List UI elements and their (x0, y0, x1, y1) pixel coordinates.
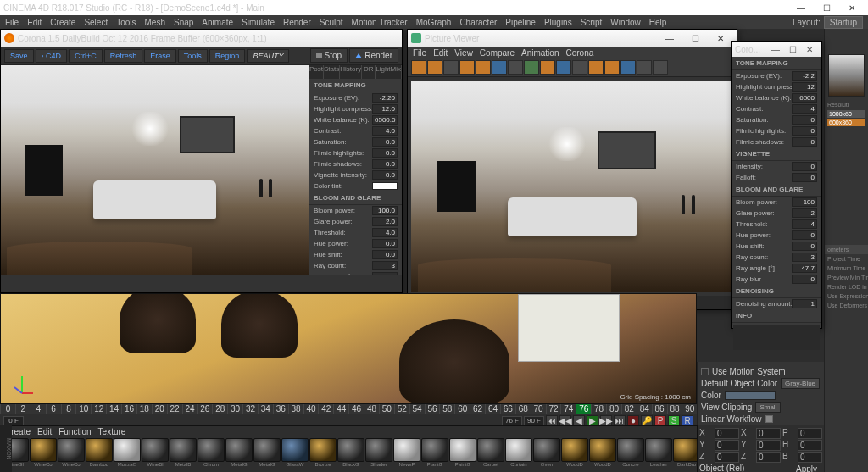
step-fwd-button[interactable]: ▶▶ (600, 415, 612, 425)
view-clipping-dropdown[interactable]: Small (755, 402, 781, 413)
material-item[interactable]: Bronze (309, 438, 337, 467)
autokey-button[interactable]: 🔑 (641, 415, 653, 425)
value-field[interactable]: 0.0 (372, 137, 398, 147)
value-field[interactable]: 0.0 (372, 159, 398, 169)
frame-tick[interactable]: 72 (546, 404, 561, 414)
linear-workflow-checkbox[interactable] (765, 415, 773, 423)
close-button[interactable]: ✕ (801, 45, 818, 54)
material-item[interactable]: Oven (533, 438, 560, 467)
frame-tick[interactable]: 44 (333, 404, 348, 414)
value-field[interactable]: 0 (792, 242, 817, 251)
value-field[interactable]: 0 (792, 137, 817, 147)
refresh-button[interactable]: Refresh (104, 49, 143, 63)
coord-mode-dropdown[interactable]: Object (Rel) (699, 464, 789, 472)
value-field[interactable]: 47.7 (792, 264, 817, 273)
menu-item[interactable]: Snap (174, 18, 193, 27)
toolbar-icon[interactable] (637, 60, 652, 75)
editor-viewport[interactable]: Grid Spacing : 1000 cm (0, 293, 697, 403)
value-field[interactable]: 0.0 (372, 170, 398, 180)
frame-tick[interactable]: 64 (485, 404, 500, 414)
material-item[interactable]: WineBl (142, 438, 169, 467)
layout-dropdown[interactable]: Startup (824, 16, 863, 29)
toolbar-icon[interactable] (476, 60, 491, 75)
toolbar-icon[interactable] (572, 60, 587, 75)
preview-thumbnail[interactable] (828, 54, 865, 97)
frame-tick[interactable]: 6 (46, 404, 61, 414)
frame-tick[interactable]: 42 (318, 404, 333, 414)
menu-item[interactable]: Edit (37, 427, 52, 436)
vfb-tab-dr[interactable]: DR (362, 65, 376, 79)
menu-item[interactable]: View (454, 48, 473, 58)
render-button[interactable]: Render (349, 48, 398, 63)
menu-item[interactable]: Edit (27, 18, 42, 27)
color-tint-swatch[interactable] (372, 182, 398, 190)
frame-tick[interactable]: 84 (637, 404, 652, 414)
menu-item[interactable]: Script (581, 18, 603, 27)
frame-tick[interactable]: 46 (348, 404, 364, 414)
close-button[interactable]: ✕ (839, 0, 865, 15)
toolbar-icon[interactable] (492, 60, 507, 75)
frame-tick[interactable]: 88 (667, 404, 682, 414)
stop-button[interactable]: Stop (310, 48, 348, 63)
frame-tick[interactable]: 18 (136, 404, 152, 414)
value-field[interactable]: 6500.0 (372, 115, 398, 125)
record-button[interactable]: ● (627, 415, 639, 425)
value-field[interactable]: 6500 (792, 93, 817, 103)
start-frame-field[interactable]: 0 F (3, 416, 24, 425)
material-item[interactable]: Bamboo (86, 438, 113, 467)
tools-button[interactable]: Tools (178, 49, 208, 63)
value-field[interactable]: 4 (792, 104, 817, 114)
toolbar-icon[interactable] (540, 60, 555, 75)
frame-tick[interactable]: 30 (227, 404, 242, 414)
to-c4d-button[interactable]: › C4D (36, 49, 68, 63)
current-frame-field[interactable]: 76 F (502, 416, 522, 425)
frame-tick[interactable]: 8 (61, 404, 76, 414)
menu-item[interactable]: Mesh (145, 18, 165, 27)
vfb-tab-history[interactable]: History (340, 65, 362, 79)
toolbar-icon[interactable] (556, 60, 571, 75)
tab-label[interactable]: ometers (825, 245, 868, 254)
frame-tick[interactable]: 14 (106, 404, 121, 414)
frame-tick[interactable]: 32 (242, 404, 258, 414)
frame-tick[interactable]: 12 (91, 404, 106, 414)
value-field[interactable]: 47.70 (372, 272, 398, 275)
menu-item[interactable]: Help (649, 18, 667, 27)
menu-item[interactable]: Plugins (544, 18, 572, 27)
frame-tick[interactable]: 54 (409, 404, 425, 414)
value-field[interactable]: -2.2 (792, 71, 817, 81)
end-frame-field[interactable]: 90 F (524, 416, 544, 425)
toolbar-icon[interactable] (411, 60, 426, 75)
toolbar-icon[interactable] (508, 60, 523, 75)
frame-tick[interactable]: 52 (394, 404, 409, 414)
menu-item[interactable]: MoGraph (416, 18, 452, 27)
value-field[interactable]: 1 (792, 299, 817, 308)
menu-item[interactable]: Edit (433, 48, 448, 58)
y-field[interactable]: 0 (715, 440, 739, 451)
default-color-dropdown[interactable]: Gray-Blue (781, 378, 820, 389)
menu-item[interactable]: Tools (116, 18, 136, 27)
value-field[interactable]: 0.0 (372, 148, 398, 158)
menu-item[interactable]: Motion Tracker (352, 18, 408, 27)
material-item[interactable]: Carpet (477, 438, 504, 467)
frame-tick[interactable]: 62 (470, 404, 485, 414)
frame-tick[interactable]: 78 (591, 404, 606, 414)
menu-item[interactable]: Sculpt (320, 18, 343, 27)
menu-item[interactable]: Animation (521, 48, 559, 58)
play-back-button[interactable]: ◀ (573, 415, 585, 425)
material-item[interactable]: Curtain (505, 438, 532, 467)
z-field[interactable]: 0 (715, 452, 739, 463)
minimize-button[interactable]: — (767, 45, 784, 54)
vfb-render-view[interactable] (1, 65, 309, 275)
material-item[interactable]: MetalG (253, 438, 281, 467)
frame-tick[interactable]: 22 (167, 404, 182, 414)
render-pass-dropdown[interactable]: BEAUTY (247, 49, 289, 63)
vfb-tab-lightmix[interactable]: LightMix (376, 65, 402, 79)
pv-minimize-button[interactable]: — (657, 31, 682, 46)
value-field[interactable]: 4.0 (372, 228, 398, 237)
menu-item[interactable]: Character (459, 18, 497, 27)
cdock-titlebar[interactable]: Coro... — ☐ ✕ (732, 42, 821, 57)
step-back-button[interactable]: ◀◀ (559, 415, 571, 425)
material-item[interactable]: WoodD (561, 438, 588, 467)
menu-item[interactable]: Texture (98, 427, 126, 436)
value-field[interactable]: 0.0 (372, 250, 398, 259)
